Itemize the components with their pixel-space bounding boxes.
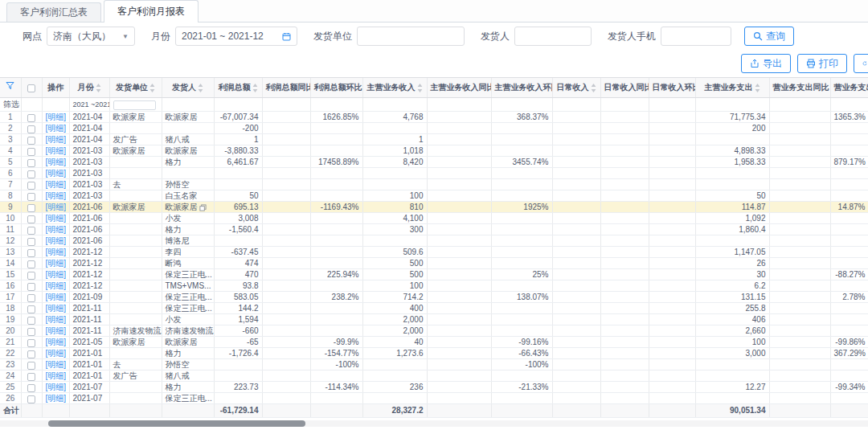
tab-customer-profit-monthly[interactable]: 客户利润月报表	[104, 0, 199, 23]
detail-link[interactable]: [明细]	[46, 394, 67, 403]
row-checkbox[interactable]	[27, 339, 35, 347]
column-header[interactable]: 操作	[42, 78, 69, 98]
column-header[interactable]: 利润总额	[214, 78, 262, 98]
detail-link[interactable]: [明细]	[46, 124, 67, 133]
detail-link[interactable]: [明细]	[46, 349, 67, 358]
column-header[interactable]: 营业务支出同比	[769, 78, 830, 98]
row-checkbox[interactable]	[27, 362, 35, 370]
detail-link[interactable]: [明细]	[46, 293, 67, 301]
detail-link[interactable]: [明细]	[46, 146, 67, 155]
row-checkbox[interactable]	[27, 294, 35, 302]
select-all-checkbox[interactable]	[27, 84, 35, 92]
row-checkbox[interactable]	[27, 350, 35, 358]
cell-daily_mom	[649, 393, 695, 404]
column-header[interactable]: 利润总额同比	[262, 78, 310, 98]
column-header[interactable]: 月份	[69, 78, 109, 98]
detail-link[interactable]: [明细]	[46, 304, 67, 313]
column-header[interactable]: 主营业务支出	[695, 78, 769, 98]
column-header[interactable]: 日常收入环比	[649, 78, 695, 98]
row-checkbox[interactable]	[27, 148, 35, 156]
row-checkbox[interactable]	[27, 384, 35, 392]
row-checkbox[interactable]	[27, 125, 35, 133]
column-header[interactable]: 主营业务收入同比	[427, 78, 491, 98]
filter-funnel-header[interactable]	[0, 78, 21, 98]
detail-link[interactable]: [明细]	[46, 371, 67, 380]
month-range-input[interactable]: 2021-01 ~ 2021-12	[175, 27, 297, 46]
detail-link[interactable]: [明细]	[46, 248, 67, 256]
detail-link[interactable]: [明细]	[46, 158, 67, 166]
row-checkbox[interactable]	[27, 193, 35, 201]
row-checkbox[interactable]	[27, 328, 35, 336]
column-header[interactable]: 营业务支出环比	[830, 78, 868, 98]
row-checkbox[interactable]	[27, 137, 35, 145]
column-header[interactable]: 日常收入	[552, 78, 600, 98]
sort-icon[interactable]	[149, 84, 155, 92]
horizontal-scrollbar[interactable]	[0, 420, 868, 427]
detail-link[interactable]: [明细]	[46, 259, 67, 268]
column-header-label: 主营业务收入	[367, 83, 416, 92]
detail-link[interactable]: [明细]	[46, 191, 67, 200]
detail-link[interactable]: [明细]	[46, 270, 67, 279]
row-checkbox[interactable]	[27, 170, 35, 178]
detail-link[interactable]: [明细]	[46, 214, 67, 223]
cell-consignee: 猪八戒	[162, 134, 214, 145]
detail-link[interactable]: [明细]	[46, 383, 67, 391]
detail-link[interactable]: [明细]	[46, 113, 67, 121]
row-checkbox[interactable]	[27, 227, 35, 235]
shipper-phone-input[interactable]	[661, 27, 731, 46]
detail-link[interactable]: [明细]	[46, 203, 67, 211]
shipper-input[interactable]	[514, 27, 592, 46]
sort-icon[interactable]	[252, 84, 258, 92]
query-button[interactable]: 查询	[744, 27, 794, 46]
detail-link[interactable]: [明细]	[46, 326, 67, 335]
column-header[interactable]: 主营业务收入环比	[491, 78, 552, 98]
sort-icon[interactable]	[198, 84, 203, 92]
row-checkbox-cell	[21, 337, 42, 348]
column-header[interactable]: 主营业务收入	[362, 78, 427, 98]
row-checkbox[interactable]	[27, 283, 35, 291]
detail-link[interactable]: [明细]	[46, 281, 67, 290]
detail-link[interactable]: [明细]	[46, 315, 67, 324]
column-header[interactable]: 利润总额环比	[310, 78, 362, 98]
column-header[interactable]: 发货人	[162, 78, 214, 98]
ship-unit-input[interactable]	[357, 27, 465, 46]
column-header[interactable]: 日常收入同比	[600, 78, 649, 98]
refresh-button[interactable]	[854, 54, 868, 73]
print-button[interactable]: 打印	[797, 54, 847, 73]
row-checkbox[interactable]	[27, 373, 35, 381]
branch-select[interactable]: 济南（大风） ▼	[47, 27, 135, 46]
detail-link[interactable]: [明细]	[46, 236, 67, 245]
row-checkbox[interactable]	[27, 182, 35, 190]
row-checkbox[interactable]	[27, 159, 35, 167]
detail-link[interactable]: [明细]	[46, 135, 67, 144]
export-button[interactable]: 导出	[741, 54, 791, 73]
row-checkbox[interactable]	[27, 305, 35, 313]
row-checkbox[interactable]	[27, 238, 35, 246]
copy-icon[interactable]	[199, 204, 207, 211]
horizontal-scrollbar-thumb[interactable]	[48, 420, 305, 427]
detail-link[interactable]: [明细]	[46, 180, 67, 189]
cell-daily	[552, 359, 600, 371]
cell-daily_yoy	[600, 235, 649, 247]
row-checkbox[interactable]	[27, 272, 35, 280]
row-checkbox[interactable]	[27, 215, 35, 223]
row-checkbox[interactable]	[27, 260, 35, 268]
row-checkbox[interactable]	[27, 249, 35, 257]
row-checkbox[interactable]	[27, 114, 35, 122]
sort-icon[interactable]	[755, 84, 760, 92]
column-header[interactable]: 发货单位	[109, 78, 162, 98]
tab-customer-profit-summary[interactable]: 客户利润汇总表	[6, 2, 101, 22]
detail-link[interactable]: [明细]	[46, 169, 67, 178]
unit-filter-input[interactable]	[113, 100, 157, 110]
sort-icon[interactable]	[96, 84, 101, 92]
sort-icon[interactable]	[417, 84, 423, 92]
row-checkbox[interactable]	[27, 204, 35, 212]
row-index: 1	[0, 112, 21, 123]
row-checkbox[interactable]	[27, 317, 35, 325]
month-filter-input[interactable]: 2021 ~2021	[73, 98, 106, 111]
sort-icon[interactable]	[591, 84, 596, 92]
detail-link[interactable]: [明细]	[46, 338, 67, 346]
row-checkbox[interactable]	[27, 395, 35, 403]
detail-link[interactable]: [明细]	[46, 225, 67, 234]
detail-link[interactable]: [明细]	[46, 360, 67, 369]
